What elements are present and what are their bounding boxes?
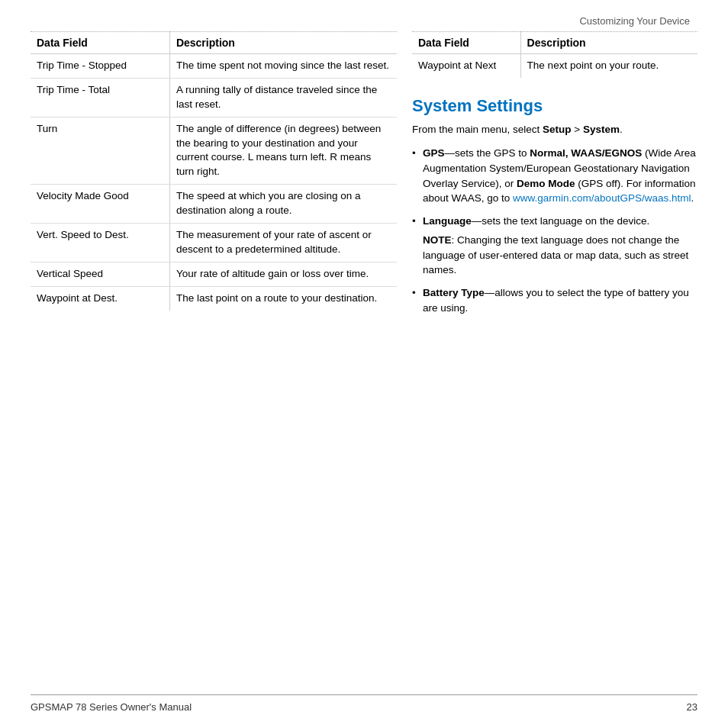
bullet-list: GPS—sets the GPS to Normal, WAAS/EGNOS (…	[412, 146, 697, 315]
table-row: Waypoint at NextThe next point on your r…	[412, 54, 697, 78]
footer: GPSMAP 78 Series Owner's Manual 23	[31, 694, 697, 713]
field-cell: Vert. Speed to Dest.	[31, 224, 169, 263]
field-cell: Trip Time - Stopped	[31, 54, 169, 79]
bullet-bold1: Normal, WAAS/EGNOS	[530, 147, 642, 159]
bullet-term: Language	[423, 215, 472, 227]
bullet-term: Battery Type	[423, 287, 485, 298]
desc-cell: A running tally of distance traveled sin…	[169, 78, 397, 117]
table-row: TurnThe angle of difference (in degrees)…	[31, 117, 397, 185]
right-table-header-desc: Description	[520, 32, 697, 54]
note-text: : Changing the text language does not ch…	[423, 234, 688, 275]
table-row: Vert. Speed to Dest.The measurement of y…	[31, 224, 397, 263]
desc-cell: The time spent not moving since the last…	[169, 54, 397, 79]
section-intro: From the main menu, select Setup > Syste…	[412, 122, 697, 137]
content-area: Data Field Description Trip Time - Stopp…	[31, 31, 697, 687]
desc-cell: The next point on your route.	[520, 54, 697, 78]
list-item: GPS—sets the GPS to Normal, WAAS/EGNOS (…	[412, 146, 697, 205]
page-section-label: Customizing Your Device	[31, 15, 697, 27]
footer-left: GPSMAP 78 Series Owner's Manual	[31, 701, 192, 713]
field-cell: Trip Time - Total	[31, 78, 169, 117]
left-table-header-field: Data Field	[31, 32, 169, 54]
right-data-table: Data Field Description Waypoint at NextT…	[412, 31, 697, 78]
note-block: NOTE: Changing the text language does no…	[423, 233, 697, 278]
list-item: Battery Type—allows you to select the ty…	[412, 285, 697, 315]
bullet-bold2: Demo Mode	[517, 178, 575, 189]
bullet-dash: —sets the text language on the device.	[472, 215, 649, 227]
desc-cell: The measurement of your rate of ascent o…	[169, 224, 397, 263]
desc-cell: The angle of difference (in degrees) bet…	[169, 117, 397, 185]
left-column: Data Field Description Trip Time - Stopp…	[31, 31, 397, 687]
table-row: Velocity Made GoodThe speed at which you…	[31, 185, 397, 224]
page: Customizing Your Device Data Field Descr…	[0, 0, 728, 728]
desc-cell: The speed at which you are closing on a …	[169, 185, 397, 224]
right-table-header-field: Data Field	[412, 32, 520, 54]
list-item: Language—sets the text language on the d…	[412, 214, 697, 278]
table-row: Trip Time - TotalA running tally of dist…	[31, 78, 397, 117]
bullet-term: GPS	[423, 147, 445, 159]
field-cell: Waypoint at Dest.	[31, 286, 169, 310]
bullet-link[interactable]: www.garmin.com/aboutGPS/waas.html	[513, 192, 691, 204]
left-data-table: Data Field Description Trip Time - Stopp…	[31, 31, 397, 311]
field-cell: Vertical Speed	[31, 262, 169, 286]
field-cell: Velocity Made Good	[31, 185, 169, 224]
bullet-dash: —sets the GPS to	[445, 147, 530, 159]
desc-cell: Your rate of altitude gain or loss over …	[169, 262, 397, 286]
footer-page-number: 23	[687, 701, 697, 713]
field-cell: Waypoint at Next	[412, 54, 520, 78]
bullet-link-end: .	[691, 192, 694, 204]
table-row: Waypoint at Dest.The last point on a rou…	[31, 286, 397, 310]
field-cell: Turn	[31, 117, 169, 185]
table-row: Trip Time - StoppedThe time spent not mo…	[31, 54, 397, 79]
note-label: NOTE	[423, 234, 452, 246]
table-row: Vertical SpeedYour rate of altitude gain…	[31, 262, 397, 286]
desc-cell: The last point on a route to your destin…	[169, 286, 397, 310]
right-column: Data Field Description Waypoint at NextT…	[412, 31, 697, 687]
system-settings-section: System Settings From the main menu, sele…	[412, 93, 697, 323]
section-title: System Settings	[412, 96, 697, 116]
left-table-header-desc: Description	[169, 32, 397, 54]
